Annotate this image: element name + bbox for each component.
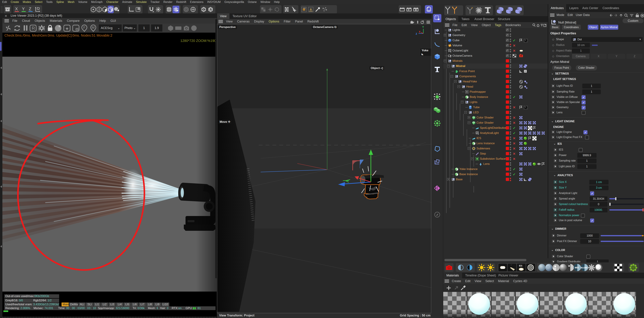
- svg-text:Y: Y: [22, 7, 25, 11]
- svg-text:Z: Z: [416, 33, 417, 36]
- svg-text:Z: Z: [29, 7, 32, 11]
- svg-text:X: X: [15, 7, 18, 11]
- svg-text:MIX: MIX: [575, 266, 579, 269]
- svg-text:X: X: [419, 31, 420, 34]
- svg-text:F: F: [83, 26, 86, 29]
- svg-text:Y: Y: [422, 26, 424, 29]
- svg-text:IES: IES: [519, 265, 522, 267]
- svg-text:st: st: [478, 134, 479, 135]
- svg-text:M: M: [92, 26, 95, 29]
- svg-text:st: st: [450, 51, 452, 53]
- svg-text:A: A: [210, 8, 212, 11]
- svg-text:st: st: [450, 56, 451, 58]
- svg-text:BLEND: BLEND: [581, 267, 588, 269]
- svg-text:R: R: [32, 26, 35, 31]
